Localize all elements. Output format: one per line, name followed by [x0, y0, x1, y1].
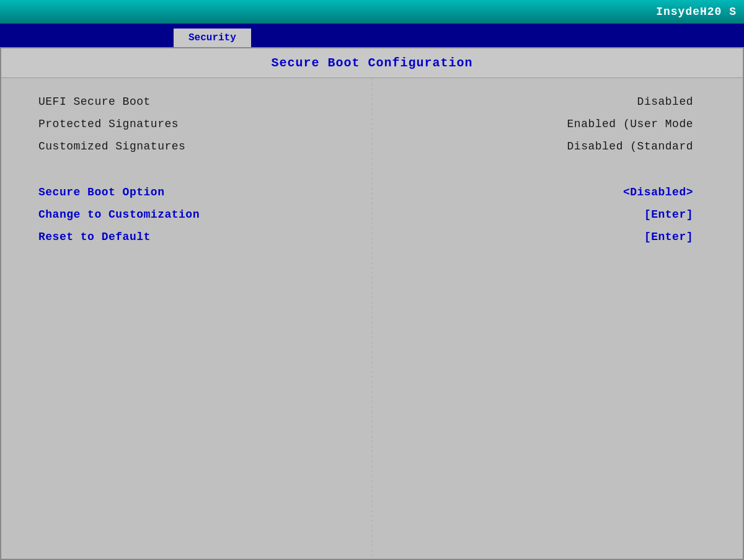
uefi-secure-boot-label: UEFI Secure Boot	[38, 96, 151, 108]
reset-to-default-label: Reset to Default	[38, 231, 151, 243]
tab-security[interactable]: Security	[174, 29, 251, 47]
protected-signatures-value: Enabled (User Mode	[567, 118, 706, 130]
top-bar: InsydeH20 S	[0, 0, 744, 24]
vertical-lines-decoration	[371, 78, 373, 559]
bios-screen: InsydeH20 S Security Secure Boot Configu…	[0, 0, 744, 560]
main-content: Secure Boot Configuration UEFI Secure Bo…	[0, 47, 744, 560]
section-title: Secure Boot Configuration	[271, 56, 472, 70]
reset-to-default-value: [Enter]	[644, 231, 706, 243]
content-wrapper: UEFI Secure Boot Disabled Protected Sign…	[1, 78, 743, 559]
change-to-customization-label: Change to Customization	[38, 208, 200, 221]
customized-signatures-value: Disabled (Standard	[567, 140, 706, 153]
section-title-bar: Secure Boot Configuration	[1, 48, 743, 78]
customized-signatures-label: Customized Signatures	[38, 140, 185, 153]
brand-label: InsydeH20 S	[656, 6, 737, 18]
protected-signatures-label: Protected Signatures	[38, 118, 179, 130]
nav-bar: Security	[0, 24, 744, 47]
secure-boot-option-label: Secure Boot Option	[38, 186, 164, 198]
uefi-secure-boot-value: Disabled	[637, 96, 706, 108]
secure-boot-option-value: <Disabled>	[623, 186, 706, 198]
change-to-customization-value: [Enter]	[644, 208, 706, 221]
